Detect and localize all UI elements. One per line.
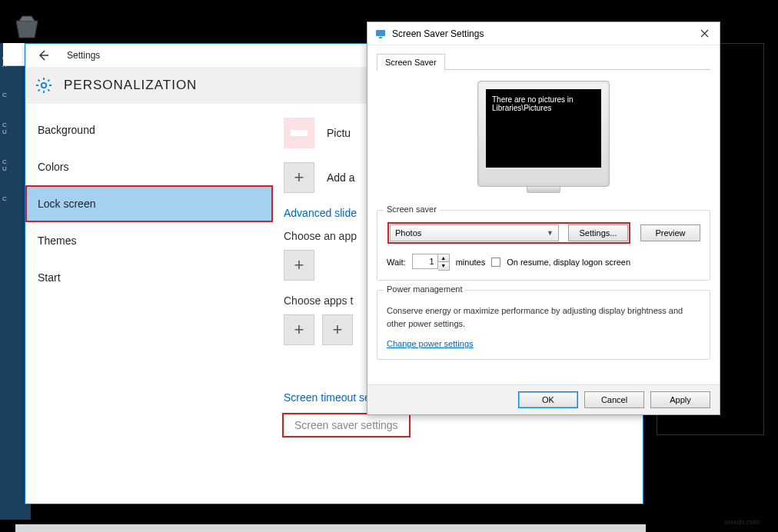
dialog-footer: OK Cancel Apply [367,384,720,414]
wait-spinbox[interactable]: ▲ ▼ [412,254,450,271]
chevron-down-icon: ▼ [547,229,554,237]
screensaver-settings-button[interactable]: Settings... [568,224,628,241]
taskbar[interactable] [15,524,646,532]
svg-point-0 [42,83,46,88]
watermark: waxdn.com [724,518,760,526]
screen-saver-titlebar: Screen Saver Settings [367,22,720,45]
wait-input[interactable] [412,254,438,269]
change-power-settings-link[interactable]: Change power settings [387,339,474,348]
sidebar-item-themes[interactable]: Themes [25,222,273,259]
screensaver-controls-highlight: Photos ▼ Settings... [387,221,631,244]
personalization-heading: PERSONALIZATION [64,78,197,93]
add-folder-button[interactable]: + [284,162,314,193]
choose-apps-add-2[interactable]: + [322,314,353,345]
sidebar-item-start[interactable]: Start [25,259,273,296]
screen-saver-group-label: Screen saver [384,204,440,214]
on-resume-label: On resume, display logon screen [507,258,630,267]
preview-button[interactable]: Preview [640,224,700,241]
ok-button[interactable]: OK [518,391,578,408]
screen-saver-group: Screen saver Photos ▼ Settings... Previe… [377,210,710,281]
monitor-icon [375,28,386,39]
screen-saver-title: Screen Saver Settings [392,28,484,39]
choose-apps-add-1[interactable]: + [284,314,314,345]
monitor-preview: There are no pictures in Libraries\Pictu… [377,81,710,193]
choose-app-add[interactable]: + [284,250,314,281]
spin-down-button[interactable]: ▼ [438,262,449,270]
picture-thumbnail[interactable] [284,118,314,148]
close-button[interactable] [697,26,712,42]
sidebar-item-lock-screen[interactable]: Lock screen [25,185,273,222]
recycle-bin-icon[interactable] [12,12,42,42]
screensaver-combobox-value: Photos [395,228,421,238]
screen-saver-dialog: Screen Saver Settings Screen Saver There… [367,22,720,415]
screen-saver-settings-link[interactable]: Screen saver settings [284,414,409,436]
on-resume-checkbox[interactable] [491,258,500,267]
svg-rect-2 [379,37,382,38]
sidebar-item-colors[interactable]: Colors [25,148,273,185]
svg-rect-1 [376,30,385,36]
settings-title: Settings [67,50,100,61]
preview-message: There are no pictures in Libraries\Pictu… [486,89,601,168]
power-management-group: Power management Conserve energy or maxi… [377,290,710,360]
add-folder-label: Add a [327,171,355,184]
power-management-text: Conserve energy or maximize performance … [387,304,700,330]
tab-screen-saver[interactable]: Screen Saver [377,54,445,71]
screensaver-combobox[interactable]: Photos ▼ [390,224,559,241]
settings-sidebar: Background Colors Lock screen Themes Sta… [25,104,273,504]
wait-label: Wait: [387,258,406,267]
back-button[interactable] [35,47,52,64]
sidebar-item-background[interactable]: Background [25,111,273,148]
apply-button[interactable]: Apply [650,391,710,408]
cancel-button[interactable]: Cancel [584,391,644,408]
minutes-label: minutes [456,258,486,267]
picture-label: Pictu [327,127,351,139]
spin-up-button[interactable]: ▲ [438,254,449,262]
gear-icon [35,76,53,95]
power-management-label: Power management [384,284,465,294]
